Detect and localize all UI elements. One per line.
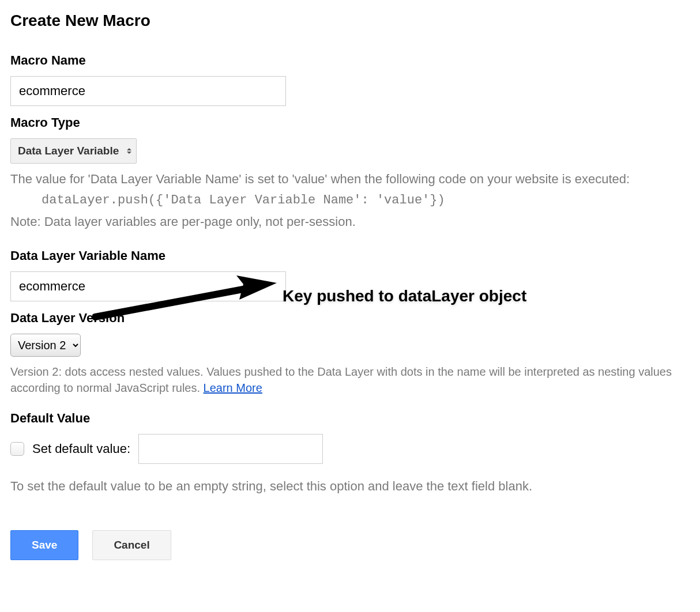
macro-type-selected: Data Layer Variable <box>18 145 119 157</box>
macro-name-label: Macro Name <box>10 53 690 68</box>
annotation-text: Key pushed to dataLayer object <box>283 287 526 305</box>
default-value-checkbox[interactable] <box>10 442 24 456</box>
version-desc-text: Version 2: dots access nested values. Va… <box>10 365 672 394</box>
variable-name-label: Data Layer Variable Name <box>10 248 690 263</box>
default-value-helper: To set the default value to be an empty … <box>10 477 690 496</box>
default-value-input[interactable] <box>138 434 323 464</box>
macro-type-code: dataLayer.push({'Data Layer Variable Nam… <box>10 191 690 210</box>
default-value-checkbox-label: Set default value: <box>32 441 130 456</box>
macro-type-select[interactable]: Data Layer Variable <box>10 138 137 164</box>
page-title: Create New Macro <box>10 12 690 30</box>
variable-name-input[interactable] <box>10 271 286 301</box>
cancel-button[interactable]: Cancel <box>92 530 171 560</box>
macro-name-input[interactable] <box>10 76 286 106</box>
version-desc: Version 2: dots access nested values. Va… <box>10 364 690 396</box>
button-row: Save Cancel <box>10 530 690 560</box>
default-value-row: Set default value: <box>10 434 690 464</box>
save-button[interactable]: Save <box>10 530 78 560</box>
macro-type-helper: The value for 'Data Layer Variable Name'… <box>10 169 690 188</box>
macro-type-label: Macro Type <box>10 115 690 130</box>
version-select[interactable]: Version 2 <box>10 334 81 357</box>
macro-type-note: Note: Data layer variables are per-page … <box>10 212 690 231</box>
version-label: Data Layer Version <box>10 311 690 326</box>
default-value-label: Default Value <box>10 411 690 426</box>
chevron-up-down-icon <box>127 148 131 154</box>
learn-more-link[interactable]: Learn More <box>204 381 262 394</box>
